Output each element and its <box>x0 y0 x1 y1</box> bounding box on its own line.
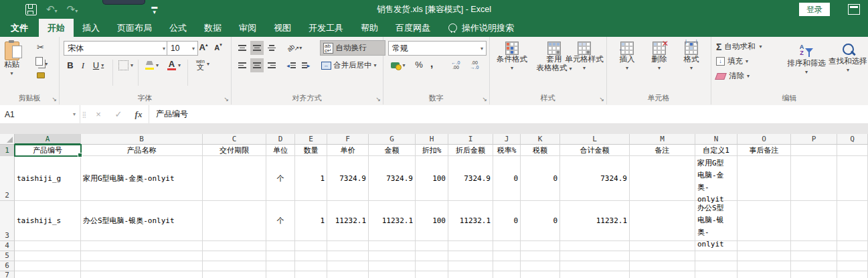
tab-view[interactable]: 视图 <box>265 19 300 37</box>
cell-A1[interactable]: 产品编号 <box>15 145 81 156</box>
cell-Q7[interactable] <box>837 271 868 278</box>
cell-G2[interactable]: 7324.9 <box>369 156 416 201</box>
cell-I6[interactable] <box>448 261 493 271</box>
cell-F6[interactable] <box>327 261 369 271</box>
cell-I7[interactable] <box>448 271 493 278</box>
cell-F7[interactable] <box>327 271 369 278</box>
cell-D6[interactable] <box>266 261 295 271</box>
cell-M7[interactable] <box>630 271 695 278</box>
cell-B5[interactable] <box>81 251 203 261</box>
cell-D7[interactable] <box>266 271 295 278</box>
tab-insert[interactable]: 插入 <box>74 19 108 37</box>
cell-A5[interactable] <box>15 251 81 261</box>
clear-button[interactable]: 清除▾ <box>716 69 770 83</box>
column-header-D[interactable]: D <box>266 134 295 145</box>
cell-H6[interactable] <box>416 261 448 271</box>
cell-I4[interactable] <box>448 241 493 251</box>
insert-function-icon[interactable]: fx <box>128 109 149 120</box>
cell-N6[interactable] <box>695 261 737 271</box>
cell-C5[interactable] <box>203 251 266 261</box>
cell-I3[interactable]: 11232.1 <box>448 201 493 241</box>
tab-help[interactable]: 帮助 <box>352 19 387 37</box>
cell-F5[interactable] <box>327 251 369 261</box>
name-box-dropdown-icon[interactable]: ▾ <box>73 111 80 117</box>
cell-E3[interactable]: 1 <box>295 201 327 241</box>
find-select-button[interactable]: 查找和选择 ▾ <box>829 42 867 74</box>
row-header-7[interactable]: 7 <box>0 271 15 278</box>
column-header-E[interactable]: E <box>295 134 327 145</box>
cell-Q6[interactable] <box>837 261 868 271</box>
cell-Q5[interactable] <box>837 251 868 261</box>
cell-L1[interactable]: 合计金额 <box>560 145 630 156</box>
column-header-I[interactable]: I <box>448 134 493 145</box>
font-color-button[interactable]: A ▾ <box>164 58 184 72</box>
cell-J5[interactable] <box>493 251 521 261</box>
font-dialog-launcher-icon[interactable]: ↘ <box>224 96 229 102</box>
cell-Q3[interactable] <box>837 201 868 241</box>
select-all-corner[interactable] <box>0 134 15 145</box>
insert-cells-button[interactable]: ← 插入 ▾ <box>613 42 641 72</box>
cell-D4[interactable] <box>266 241 295 251</box>
row-header-3[interactable]: 3 <box>0 201 15 241</box>
cell-G1[interactable]: 金额 <box>369 145 416 156</box>
login-button[interactable]: 登录 <box>799 3 830 16</box>
cell-O7[interactable] <box>737 271 791 278</box>
tab-page-layout[interactable]: 页面布局 <box>108 19 161 37</box>
cell-K6[interactable] <box>521 261 560 271</box>
cell-Q1[interactable] <box>837 145 868 156</box>
align-left-button[interactable] <box>236 58 249 72</box>
cell-J1[interactable]: 税率% <box>493 145 521 156</box>
fill-button[interactable]: ↓ 填充▾ <box>716 54 770 68</box>
format-painter-button[interactable] <box>37 72 45 80</box>
borders-button[interactable]: ▾ <box>116 58 135 72</box>
cell-H7[interactable] <box>416 271 448 278</box>
cell-C2[interactable] <box>203 156 266 201</box>
cell-B1[interactable]: 产品名称 <box>81 145 203 156</box>
cell-D1[interactable]: 单位 <box>266 145 295 156</box>
cell-P5[interactable] <box>791 251 837 261</box>
conditional-formatting-button[interactable]: 条件格式 ▾ <box>493 42 531 72</box>
row-header-1[interactable]: 1 <box>0 145 15 156</box>
align-bottom-button[interactable] <box>265 41 278 55</box>
cell-G4[interactable] <box>369 241 416 251</box>
cell-B2[interactable]: 家用G型电脑-金奥-onlyit <box>81 156 203 201</box>
tab-file[interactable]: 文件 <box>0 19 39 37</box>
cell-F4[interactable] <box>327 241 369 251</box>
cell-F2[interactable]: 7324.9 <box>327 156 369 201</box>
accounting-format-button[interactable]: ▾ <box>388 58 408 72</box>
percent-style-button[interactable]: % <box>412 58 426 72</box>
cell-Q4[interactable] <box>837 241 868 251</box>
cell-I5[interactable] <box>448 251 493 261</box>
cell-O1[interactable]: 事后备注 <box>737 145 791 156</box>
cell-E4[interactable] <box>295 241 327 251</box>
column-header-H[interactable]: H <box>416 134 448 145</box>
cell-E2[interactable]: 1 <box>295 156 327 201</box>
align-center-button[interactable] <box>250 58 264 72</box>
formula-bar-splitter[interactable]: ⣿ <box>80 111 88 118</box>
bold-button[interactable]: B <box>64 58 76 72</box>
cell-I2[interactable]: 7324.9 <box>448 156 493 201</box>
cell-O4[interactable] <box>737 241 791 251</box>
increase-decimal-button[interactable]: ←.0.00 <box>447 58 464 72</box>
column-header-N[interactable]: N <box>695 134 737 145</box>
cell-A6[interactable] <box>15 261 81 271</box>
cell-E1[interactable]: 数量 <box>295 145 327 156</box>
undo-button[interactable]: ↶▾ <box>46 0 58 19</box>
cell-E5[interactable] <box>295 251 327 261</box>
column-header-P[interactable]: P <box>791 134 837 145</box>
font-size-combo[interactable]: 10▾ <box>167 41 198 56</box>
cell-L5[interactable] <box>560 251 630 261</box>
tab-baidu-netdisk[interactable]: 百度网盘 <box>387 19 439 37</box>
column-header-M[interactable]: M <box>630 134 695 145</box>
row-header-5[interactable]: 5 <box>0 251 15 261</box>
cell-H4[interactable] <box>416 241 448 251</box>
customize-qat-button[interactable]: ▬▾ <box>151 4 157 15</box>
clipboard-dialog-launcher-icon[interactable]: ↘ <box>52 96 57 102</box>
wrap-text-button[interactable]: abc↵ 自动换行 <box>320 40 385 56</box>
tab-home[interactable]: 开始 <box>39 19 74 37</box>
cell-O3[interactable] <box>737 201 791 241</box>
save-icon[interactable] <box>25 4 37 15</box>
cell-C7[interactable] <box>203 271 266 278</box>
cell-C1[interactable]: 交付期限 <box>203 145 266 156</box>
cell-H1[interactable]: 折扣% <box>416 145 448 156</box>
